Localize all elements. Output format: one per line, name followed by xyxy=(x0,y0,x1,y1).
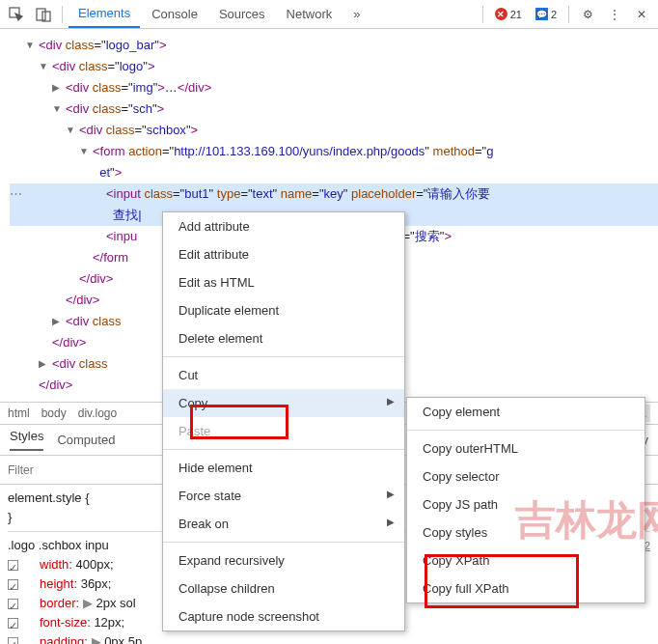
separator xyxy=(568,6,569,23)
dom-node[interactable]: </form xyxy=(93,250,128,265)
expand-arrow[interactable] xyxy=(66,120,75,141)
menu-separator xyxy=(407,430,644,431)
dom-node-cont: 查找| xyxy=(106,208,142,222)
gear-icon[interactable]: ⚙ xyxy=(575,2,600,27)
tab-elements[interactable]: Elements xyxy=(69,0,140,28)
tab-console[interactable]: Console xyxy=(142,1,207,27)
tabs-overflow[interactable]: » xyxy=(343,1,370,27)
menu-cut[interactable]: Cut xyxy=(163,361,404,389)
inspect-icon[interactable] xyxy=(4,2,29,27)
expand-arrow[interactable] xyxy=(25,35,35,56)
message-icon: 💬 xyxy=(535,8,548,20)
crumb-body[interactable]: body xyxy=(41,406,67,420)
menu-copy-element[interactable]: Copy element xyxy=(407,398,644,426)
close-icon[interactable]: ✕ xyxy=(629,2,654,27)
menu-hide[interactable]: Hide element xyxy=(163,454,404,482)
context-menu: Add attribute Edit attribute Edit as HTM… xyxy=(162,211,405,631)
expand-arrow[interactable] xyxy=(39,56,48,77)
rule-selector[interactable]: element.style { xyxy=(8,490,90,505)
menu-separator xyxy=(163,542,404,543)
separator xyxy=(62,6,63,23)
prop-checkbox[interactable] xyxy=(8,599,18,609)
menu-add-attribute[interactable]: Add attribute xyxy=(163,212,404,240)
rule-selector[interactable]: .logo .schbox inpu xyxy=(8,538,109,552)
device-toggle-icon[interactable] xyxy=(31,2,56,27)
menu-edit-attribute[interactable]: Edit attribute xyxy=(163,240,404,268)
menu-separator xyxy=(163,449,404,450)
message-count[interactable]: 💬2 xyxy=(532,6,561,22)
menu-delete[interactable]: Delete element xyxy=(163,324,404,352)
expand-arrow[interactable] xyxy=(79,141,89,162)
dom-node[interactable]: <div class="sch"> xyxy=(66,101,164,116)
dom-node[interactable]: <inpu xyxy=(106,229,137,243)
menu-copy-full-xpath[interactable]: Copy full XPath xyxy=(407,574,644,602)
crumb-div-logo[interactable]: div.logo xyxy=(78,406,117,420)
menu-copy-styles[interactable]: Copy styles xyxy=(407,518,644,546)
menu-copy[interactable]: Copy xyxy=(163,389,404,417)
menu-copy-selector[interactable]: Copy selector xyxy=(407,462,644,490)
expand-arrow[interactable] xyxy=(52,77,62,98)
expand-arrow[interactable] xyxy=(52,311,62,332)
dom-node[interactable]: <div class="schbox"> xyxy=(79,123,198,137)
css-prop[interactable]: height xyxy=(22,576,73,591)
prop-checkbox[interactable] xyxy=(8,637,18,644)
css-prop[interactable]: border xyxy=(22,596,76,610)
error-icon: ✕ xyxy=(495,8,507,20)
menu-separator xyxy=(163,356,404,357)
menu-edit-html[interactable]: Edit as HTML xyxy=(163,268,404,296)
dom-node[interactable]: </div> xyxy=(52,335,86,350)
filter-input[interactable] xyxy=(8,459,85,482)
dom-node[interactable]: </div> xyxy=(79,271,113,286)
menu-duplicate[interactable]: Duplicate element xyxy=(163,296,404,324)
ellipsis-icon[interactable]: ⋯ xyxy=(10,183,22,205)
prop-checkbox[interactable] xyxy=(8,579,18,590)
expand-arrow[interactable] xyxy=(52,98,62,120)
prop-checkbox[interactable] xyxy=(8,618,18,629)
dom-node[interactable]: <div class="logo_bar"> xyxy=(39,38,167,52)
dom-node[interactable]: <div class xyxy=(52,356,107,371)
menu-expand[interactable]: Expand recursively xyxy=(163,546,404,574)
dom-node-selected[interactable]: <input class="but1" type="text" name="ke… xyxy=(106,186,490,201)
separator xyxy=(482,6,483,23)
expand-arrow[interactable] xyxy=(39,353,48,375)
dom-node[interactable]: <form action="http://101.133.169.100/yun… xyxy=(93,144,493,158)
css-prop[interactable]: width xyxy=(22,557,69,572)
dom-node[interactable]: <div class="logo"> xyxy=(52,59,154,73)
menu-break-on[interactable]: Break on xyxy=(163,510,404,538)
tab-sources[interactable]: Sources xyxy=(209,1,275,27)
menu-copy-xpath[interactable]: Copy XPath xyxy=(407,546,644,574)
svg-rect-1 xyxy=(37,9,45,20)
menu-copy-outerhtml[interactable]: Copy outerHTML xyxy=(407,434,644,462)
dom-node-cont: et"> xyxy=(93,165,122,180)
menu-force-state[interactable]: Force state xyxy=(163,482,404,510)
menu-capture[interactable]: Capture node screenshot xyxy=(163,602,404,630)
crumb-html[interactable]: html xyxy=(8,406,30,420)
dom-node[interactable]: </div> xyxy=(39,378,72,392)
dom-node[interactable]: <div class="img">…</div> xyxy=(66,80,211,95)
subtab-computed[interactable]: Computed xyxy=(57,433,115,447)
dom-node[interactable]: <div class xyxy=(66,314,121,328)
context-submenu: Copy element Copy outerHTML Copy selecto… xyxy=(406,397,645,603)
menu-copy-jspath[interactable]: Copy JS path xyxy=(407,490,644,518)
subtab-styles[interactable]: Styles xyxy=(10,429,43,451)
prop-checkbox[interactable] xyxy=(8,560,18,571)
dom-node[interactable]: </div> xyxy=(66,293,99,307)
css-prop[interactable]: font-size xyxy=(22,615,87,630)
tab-network[interactable]: Network xyxy=(277,1,343,27)
menu-collapse[interactable]: Collapse children xyxy=(163,574,404,602)
error-count[interactable]: ✕21 xyxy=(491,6,526,22)
css-prop[interactable]: padding xyxy=(22,634,84,644)
kebab-icon[interactable]: ⋮ xyxy=(602,2,627,27)
menu-paste: Paste xyxy=(163,417,404,445)
